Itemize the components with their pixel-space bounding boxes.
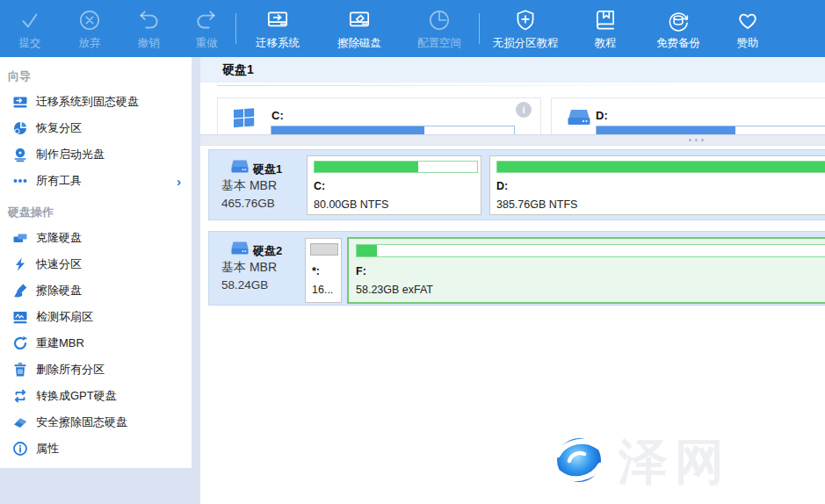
redo-button[interactable]: 重做: [177, 0, 235, 57]
chevron-right-icon: ›: [177, 174, 181, 189]
tab-disk1[interactable]: 硬盘1: [222, 62, 254, 78]
bootable-cd-icon: [12, 147, 28, 162]
overview-usage-bar: [596, 126, 825, 134]
toolbar: 提交 放弃 撤销 重做 迁移系统: [0, 0, 825, 57]
partition-label: D:: [496, 180, 508, 192]
check-icon: [17, 7, 43, 33]
sidebar-item-wipe-hard-disk[interactable]: 擦除硬盘: [0, 277, 192, 304]
discard-icon: [76, 7, 103, 33]
disk-type: 基本 MBR: [221, 260, 277, 276]
overview-drive-label: C:: [271, 109, 284, 122]
partition-usage-bar: [496, 161, 825, 173]
quick-partition-icon: [12, 256, 28, 272]
partition-unlabeled[interactable]: *: 16...: [305, 238, 342, 303]
usage-bar-fill: [271, 126, 424, 134]
submit-button[interactable]: 提交: [0, 0, 60, 57]
sidebar-item-label: 所有工具: [36, 173, 82, 189]
overview-usage-bar: [271, 126, 515, 134]
partition-detail: 58.23GB exFAT: [356, 284, 433, 296]
partition-detail: 16...: [312, 284, 333, 296]
overview-drive-label: D:: [596, 109, 608, 122]
sidebar-item-label: 迁移系统到固态硬盘: [36, 94, 139, 110]
partition-tutorial-button[interactable]: 无损分区教程: [480, 0, 571, 57]
sidebar-item-label: 转换成GPT硬盘: [36, 388, 117, 404]
clone-disk-icon: [12, 230, 28, 246]
undo-button[interactable]: 撤销: [119, 0, 177, 57]
wipe-hard-disk-icon: [12, 283, 28, 299]
disk-row-2: 硬盘2 基本 MBR 58.24GB *: 16... F: 58.23GB e…: [208, 231, 825, 306]
redo-icon: [193, 7, 220, 33]
partition-usage-bar: [356, 244, 825, 257]
sidebar-item-all-tools[interactable]: 所有工具 ›: [0, 168, 192, 194]
usage-bar-fill: [597, 126, 735, 134]
partition-c[interactable]: C: 80.00GB NTFS: [307, 155, 481, 215]
sidebar-item-delete-all-partitions[interactable]: 删除所有分区: [0, 356, 192, 383]
partition-usage-bar: [314, 161, 478, 173]
toolbar-label: 提交: [19, 36, 41, 51]
usage-bar-fill: [497, 162, 825, 172]
sidebar-item-label: 重建MBR: [36, 335, 84, 351]
sidebar-item-label: 快速分区: [36, 256, 82, 272]
main-panel: 硬盘1 C: i D:: [200, 57, 825, 504]
partition-detail: 80.00GB NTFS: [314, 198, 388, 211]
free-backup-button[interactable]: 免费备份: [640, 0, 717, 57]
watermark-text: 泽网: [619, 433, 731, 491]
toolbar-label: 撤销: [138, 36, 160, 51]
allocate-space-icon: [426, 7, 452, 33]
hard-disk-icon[interactable]: [230, 241, 250, 260]
sidebar-item-secure-erase-ssd[interactable]: 安全擦除固态硬盘: [0, 409, 192, 436]
hard-disk-icon[interactable]: [230, 159, 250, 178]
watermark-logo-icon: [550, 431, 608, 493]
toolbar-label: 赞助: [737, 36, 759, 51]
rebuild-mbr-icon: [12, 335, 28, 351]
sidebar-item-clone-disk[interactable]: 克隆硬盘: [0, 225, 192, 251]
sponsor-heart-icon: [735, 7, 761, 33]
overview-pager-dots[interactable]: [689, 139, 704, 141]
usage-bar-fill: [315, 162, 418, 172]
divider-line: [217, 85, 691, 86]
sidebar-item-rebuild-mbr[interactable]: 重建MBR: [0, 330, 192, 356]
secure-erase-ssd-icon: [12, 414, 28, 430]
sidebar-item-convert-to-gpt[interactable]: 转换成GPT硬盘: [0, 383, 192, 409]
sidebar-item-label: 恢复分区: [36, 120, 82, 136]
allocate-space-button[interactable]: 配置空间: [400, 0, 479, 57]
sidebar-item-migrate-to-ssd[interactable]: 迁移系统到固态硬盘: [0, 89, 192, 115]
sidebar-item-label: 擦除硬盘: [36, 283, 82, 299]
watermark: 泽网: [550, 431, 731, 493]
toolbar-label: 配置空间: [417, 36, 461, 51]
overview-card-d[interactable]: D:: [551, 97, 825, 134]
wipe-disk-icon: [346, 7, 373, 33]
tutorial-button[interactable]: 教程: [571, 0, 640, 57]
partition-f-selected[interactable]: F: 58.23GB exFAT: [347, 237, 825, 304]
toolbar-label: 无损分区教程: [493, 36, 559, 51]
convert-to-gpt-icon: [12, 388, 28, 404]
disk-name[interactable]: 硬盘2: [253, 243, 282, 259]
info-icon[interactable]: i: [516, 102, 532, 118]
tutorial-icon: [592, 7, 619, 33]
disk-name[interactable]: 硬盘1: [253, 162, 282, 177]
overview-card-c[interactable]: C: i: [217, 97, 541, 134]
overview-divider: [200, 134, 825, 146]
undo-icon: [135, 7, 162, 33]
partition-d[interactable]: D: 385.76GB NTFS: [489, 155, 825, 215]
wipe-disk-button[interactable]: 擦除磁盘: [319, 0, 400, 57]
discard-button[interactable]: 放弃: [60, 0, 119, 57]
toolbar-label: 重做: [196, 36, 218, 51]
sidebar-item-quick-partition[interactable]: 快速分区: [0, 251, 192, 277]
partition-tutorial-icon: [512, 7, 539, 33]
disk-size: 465.76GB: [221, 197, 275, 210]
migrate-system-icon: [264, 7, 291, 33]
partition-assistant-window: 提交 放弃 撤销 重做 迁移系统: [0, 0, 825, 504]
sponsor-button[interactable]: 赞助: [717, 0, 778, 57]
migrate-system-button[interactable]: 迁移系统: [236, 0, 319, 57]
sidebar-section-header-disk-operations: 硬盘操作: [8, 205, 192, 220]
sidebar-item-check-bad-sectors[interactable]: 检测坏扇区: [0, 304, 192, 330]
free-backup-icon: [665, 7, 691, 33]
sidebar-item-properties[interactable]: 属性: [0, 436, 192, 462]
partition-usage-bar: [310, 243, 338, 256]
sidebar-item-recover-partition[interactable]: 恢复分区: [0, 115, 192, 141]
delete-all-partitions-icon: [12, 362, 28, 378]
sidebar-item-bootable-cd[interactable]: 制作启动光盘: [0, 141, 192, 168]
usage-bar-fill: [357, 245, 377, 256]
partition-label: F:: [356, 265, 366, 277]
